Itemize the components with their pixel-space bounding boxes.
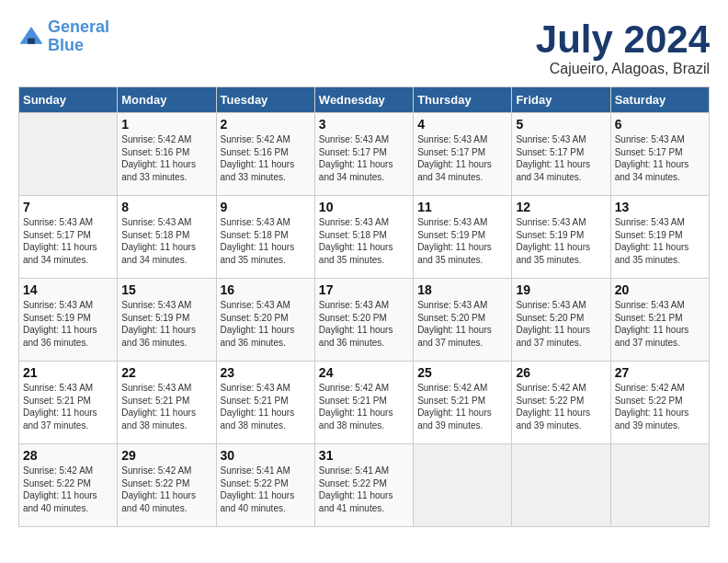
- weekday-header: Saturday: [610, 87, 709, 113]
- cell-info: Sunrise: 5:43 AMSunset: 5:20 PMDaylight:…: [516, 299, 606, 349]
- weekday-header: Friday: [512, 87, 610, 113]
- page-header: General Blue July 2024 Cajueiro, Alagoas…: [18, 18, 710, 77]
- calendar-table: SundayMondayTuesdayWednesdayThursdayFrid…: [18, 86, 710, 527]
- cell-info: Sunrise: 5:41 AMSunset: 5:22 PMDaylight:…: [319, 465, 409, 514]
- daylight-text: Daylight: 11 hoursand 34 minutes.: [417, 159, 492, 182]
- day-number: 30: [221, 448, 311, 463]
- calendar-week-row: 14Sunrise: 5:43 AMSunset: 5:19 PMDayligh…: [19, 279, 710, 362]
- daylight-text: Daylight: 11 hoursand 36 minutes.: [221, 325, 295, 348]
- calendar-cell: 12Sunrise: 5:43 AMSunset: 5:19 PMDayligh…: [512, 196, 610, 279]
- calendar-cell: 8Sunrise: 5:43 AMSunset: 5:18 PMDaylight…: [118, 196, 216, 279]
- sunrise-text: Sunrise: 5:43 AM: [23, 383, 93, 393]
- cell-info: Sunrise: 5:42 AMSunset: 5:16 PMDaylight:…: [221, 133, 311, 183]
- calendar-cell: 5Sunrise: 5:43 AMSunset: 5:17 PMDaylight…: [512, 113, 610, 196]
- cell-info: Sunrise: 5:43 AMSunset: 5:17 PMDaylight:…: [319, 133, 409, 183]
- sunrise-text: Sunrise: 5:43 AM: [417, 300, 487, 310]
- cell-info: Sunrise: 5:43 AMSunset: 5:18 PMDaylight:…: [221, 216, 311, 266]
- daylight-text: Daylight: 11 hoursand 35 minutes.: [615, 242, 689, 265]
- cell-info: Sunrise: 5:43 AMSunset: 5:20 PMDaylight:…: [417, 299, 507, 349]
- calendar-week-row: 1Sunrise: 5:42 AMSunset: 5:16 PMDaylight…: [19, 113, 710, 196]
- sunrise-text: Sunrise: 5:43 AM: [319, 300, 389, 310]
- cell-info: Sunrise: 5:43 AMSunset: 5:19 PMDaylight:…: [23, 299, 113, 349]
- daylight-text: Daylight: 11 hoursand 40 minutes.: [221, 490, 295, 513]
- sunrise-text: Sunrise: 5:42 AM: [319, 383, 389, 393]
- day-number: 5: [516, 117, 606, 132]
- day-number: 13: [615, 200, 705, 214]
- sunrise-text: Sunrise: 5:43 AM: [221, 383, 290, 393]
- sunset-text: Sunset: 5:19 PM: [615, 230, 683, 240]
- calendar-cell: 23Sunrise: 5:43 AMSunset: 5:21 PMDayligh…: [216, 362, 314, 444]
- sunset-text: Sunset: 5:17 PM: [319, 147, 387, 157]
- location: Cajueiro, Alagoas, Brazil: [536, 61, 710, 77]
- daylight-text: Daylight: 11 hoursand 38 minutes.: [121, 408, 196, 431]
- sunrise-text: Sunrise: 5:43 AM: [121, 300, 191, 310]
- sunset-text: Sunset: 5:20 PM: [516, 313, 584, 323]
- day-number: 27: [615, 365, 705, 380]
- sunset-text: Sunset: 5:22 PM: [23, 478, 91, 488]
- calendar-cell: 16Sunrise: 5:43 AMSunset: 5:20 PMDayligh…: [216, 279, 314, 362]
- sunrise-text: Sunrise: 5:42 AM: [417, 383, 487, 393]
- daylight-text: Daylight: 11 hoursand 39 minutes.: [615, 408, 689, 431]
- daylight-text: Daylight: 11 hoursand 35 minutes.: [319, 242, 393, 265]
- cell-info: Sunrise: 5:43 AMSunset: 5:17 PMDaylight:…: [615, 133, 705, 183]
- calendar-cell: 30Sunrise: 5:41 AMSunset: 5:22 PMDayligh…: [216, 444, 314, 527]
- sunset-text: Sunset: 5:22 PM: [516, 396, 584, 406]
- calendar-cell: 29Sunrise: 5:42 AMSunset: 5:22 PMDayligh…: [118, 444, 216, 527]
- day-number: 15: [121, 282, 211, 297]
- sunrise-text: Sunrise: 5:43 AM: [615, 300, 685, 310]
- calendar-cell: 24Sunrise: 5:42 AMSunset: 5:21 PMDayligh…: [314, 362, 413, 444]
- day-number: 24: [319, 365, 409, 380]
- daylight-text: Daylight: 11 hoursand 35 minutes.: [516, 242, 590, 265]
- day-number: 28: [23, 448, 113, 463]
- calendar-cell: 19Sunrise: 5:43 AMSunset: 5:20 PMDayligh…: [512, 279, 610, 362]
- daylight-text: Daylight: 11 hoursand 33 minutes.: [221, 159, 295, 182]
- day-number: 17: [319, 282, 409, 297]
- day-number: 6: [615, 117, 705, 132]
- sunrise-text: Sunrise: 5:43 AM: [417, 217, 487, 227]
- sunrise-text: Sunrise: 5:43 AM: [23, 217, 93, 227]
- day-number: 7: [23, 200, 113, 214]
- daylight-text: Daylight: 11 hoursand 39 minutes.: [516, 408, 590, 431]
- cell-info: Sunrise: 5:42 AMSunset: 5:21 PMDaylight:…: [417, 382, 507, 431]
- sunset-text: Sunset: 5:17 PM: [516, 147, 584, 157]
- calendar-cell: 3Sunrise: 5:43 AMSunset: 5:17 PMDaylight…: [314, 113, 413, 196]
- day-number: 3: [319, 117, 409, 132]
- calendar-cell: 28Sunrise: 5:42 AMSunset: 5:22 PMDayligh…: [19, 444, 118, 527]
- cell-info: Sunrise: 5:43 AMSunset: 5:21 PMDaylight:…: [221, 382, 311, 431]
- sunrise-text: Sunrise: 5:43 AM: [121, 383, 191, 393]
- sunset-text: Sunset: 5:21 PM: [417, 396, 485, 406]
- calendar-week-row: 28Sunrise: 5:42 AMSunset: 5:22 PMDayligh…: [19, 444, 710, 527]
- sunset-text: Sunset: 5:20 PM: [319, 313, 387, 323]
- sunrise-text: Sunrise: 5:43 AM: [417, 134, 487, 144]
- calendar-cell: 21Sunrise: 5:43 AMSunset: 5:21 PMDayligh…: [19, 362, 118, 444]
- sunset-text: Sunset: 5:18 PM: [121, 230, 189, 240]
- cell-info: Sunrise: 5:43 AMSunset: 5:18 PMDaylight:…: [121, 216, 211, 266]
- sunrise-text: Sunrise: 5:43 AM: [319, 217, 389, 227]
- cell-info: Sunrise: 5:42 AMSunset: 5:22 PMDaylight:…: [516, 382, 606, 431]
- sunset-text: Sunset: 5:20 PM: [417, 313, 485, 323]
- daylight-text: Daylight: 11 hoursand 40 minutes.: [121, 490, 196, 513]
- day-number: 4: [417, 117, 507, 132]
- cell-info: Sunrise: 5:43 AMSunset: 5:21 PMDaylight:…: [121, 382, 211, 431]
- sunset-text: Sunset: 5:20 PM: [221, 313, 289, 323]
- day-number: 10: [319, 200, 409, 214]
- sunrise-text: Sunrise: 5:42 AM: [221, 134, 290, 144]
- sunset-text: Sunset: 5:21 PM: [615, 313, 683, 323]
- calendar-cell: 13Sunrise: 5:43 AMSunset: 5:19 PMDayligh…: [610, 196, 709, 279]
- daylight-text: Daylight: 11 hoursand 38 minutes.: [319, 408, 393, 431]
- calendar-cell: 26Sunrise: 5:42 AMSunset: 5:22 PMDayligh…: [512, 362, 610, 444]
- sunrise-text: Sunrise: 5:42 AM: [121, 134, 191, 144]
- daylight-text: Daylight: 11 hoursand 34 minutes.: [319, 159, 393, 182]
- cell-info: Sunrise: 5:43 AMSunset: 5:17 PMDaylight:…: [23, 216, 113, 266]
- day-number: 8: [121, 200, 211, 214]
- daylight-text: Daylight: 11 hoursand 39 minutes.: [417, 408, 492, 431]
- sunset-text: Sunset: 5:19 PM: [23, 313, 91, 323]
- cell-info: Sunrise: 5:43 AMSunset: 5:19 PMDaylight:…: [516, 216, 606, 266]
- sunset-text: Sunset: 5:22 PM: [615, 396, 683, 406]
- day-number: 22: [121, 365, 211, 380]
- day-number: 19: [516, 282, 606, 297]
- cell-info: Sunrise: 5:41 AMSunset: 5:22 PMDaylight:…: [221, 465, 311, 514]
- sunset-text: Sunset: 5:19 PM: [417, 230, 485, 240]
- calendar-cell: 9Sunrise: 5:43 AMSunset: 5:18 PMDaylight…: [216, 196, 314, 279]
- daylight-text: Daylight: 11 hoursand 34 minutes.: [516, 159, 590, 182]
